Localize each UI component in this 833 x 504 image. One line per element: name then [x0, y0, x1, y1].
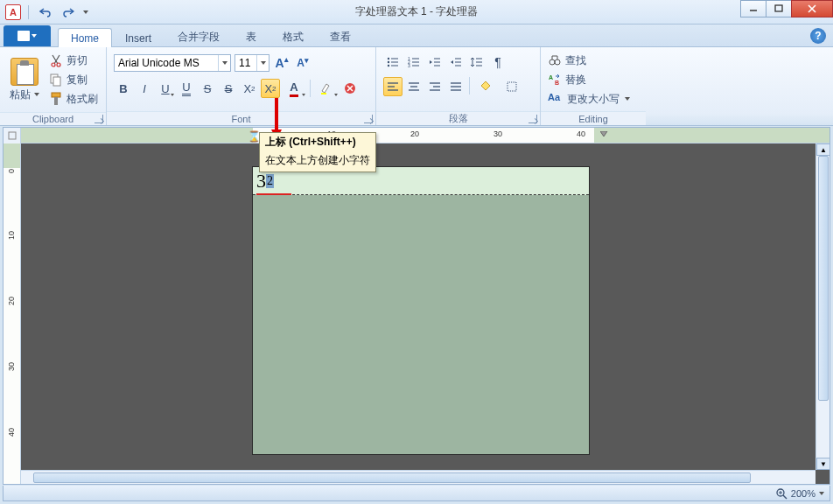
group-label-clipboard: Clipboard	[32, 114, 74, 124]
svg-text:A: A	[549, 74, 553, 80]
clear-formatting-button[interactable]	[340, 79, 360, 98]
spellcheck-underline	[256, 193, 291, 195]
vertical-scrollbar[interactable]: ▲ ▼	[816, 144, 830, 470]
svg-point-14	[388, 65, 389, 66]
file-menu-button[interactable]	[4, 25, 51, 46]
change-case-icon: Aa	[548, 92, 564, 106]
copy-button[interactable]: 复制	[47, 70, 100, 89]
align-center-button[interactable]	[404, 77, 424, 96]
grow-font-button[interactable]: A▴	[273, 54, 290, 72]
svg-point-45	[555, 60, 560, 65]
double-strike-button[interactable]: S	[219, 79, 238, 98]
horizontal-scrollbar[interactable]	[21, 470, 816, 484]
group-label-font: Font	[231, 114, 250, 124]
hscroll-thumb[interactable]	[33, 472, 751, 483]
find-button[interactable]: 查找	[548, 51, 586, 70]
svg-text:B: B	[555, 80, 559, 86]
ribbon-tabs: Home Insert 合并字段 表 格式 查看 ?	[0, 24, 833, 47]
highlight-button[interactable]	[314, 79, 339, 98]
undo-button[interactable]	[36, 4, 55, 21]
subscript-button[interactable]: X2	[240, 79, 259, 98]
bullets-button[interactable]	[383, 52, 402, 72]
paste-icon	[10, 58, 38, 86]
qat-dropdown[interactable]	[81, 4, 90, 21]
app-icon: A	[5, 4, 21, 20]
strikethrough-button[interactable]: S	[198, 79, 217, 98]
status-bar: 200%	[3, 486, 830, 501]
scroll-up-button[interactable]: ▲	[816, 144, 830, 156]
numbering-button[interactable]: 123	[404, 52, 424, 72]
superscript-tooltip: 上标 (Ctrl+Shift++) 在文本上方创建小字符	[259, 132, 376, 172]
double-underline-button[interactable]: U	[177, 79, 196, 98]
vertical-ruler[interactable]: 0 10 20 30 40	[4, 144, 21, 484]
title-bar: A 字处理器文本 1 - 字处理器	[0, 0, 833, 24]
svg-text:3: 3	[408, 63, 410, 68]
underline-button[interactable]: U	[156, 79, 175, 98]
group-label-paragraph: 段落	[449, 112, 468, 125]
svg-point-2	[52, 63, 55, 66]
bold-button[interactable]: B	[114, 79, 133, 98]
svg-line-50	[783, 495, 787, 499]
tab-table[interactable]: 表	[233, 25, 270, 47]
maximize-button[interactable]	[766, 0, 792, 18]
close-button[interactable]	[791, 0, 833, 18]
svg-rect-6	[52, 93, 60, 97]
clipboard-launcher[interactable]	[94, 115, 103, 123]
minimize-button[interactable]	[740, 0, 766, 18]
indent-button[interactable]	[446, 52, 466, 72]
tab-view[interactable]: 查看	[317, 25, 364, 47]
shading-button[interactable]	[473, 77, 498, 96]
superscript-button[interactable]: X2	[261, 79, 280, 98]
replace-icon: AB	[548, 73, 562, 87]
format-painter-button[interactable]: 格式刷	[47, 89, 100, 108]
font-color-button[interactable]: A	[282, 79, 306, 98]
font-launcher[interactable]	[364, 115, 373, 123]
tab-format[interactable]: 格式	[270, 25, 317, 47]
page: 32	[252, 166, 590, 455]
tab-insert[interactable]: Insert	[112, 28, 164, 47]
svg-point-12	[388, 61, 389, 63]
horizontal-ruler[interactable]: 10 20 30 40	[4, 128, 830, 144]
redo-button[interactable]	[59, 4, 78, 21]
help-icon[interactable]: ?	[810, 28, 826, 44]
paste-button[interactable]: 粘贴	[5, 51, 44, 108]
cut-button[interactable]: 剪切	[47, 51, 100, 70]
zoom-icon[interactable]	[775, 487, 788, 500]
copy-icon	[49, 73, 63, 87]
align-right-button[interactable]	[425, 77, 444, 96]
binoculars-icon	[548, 53, 562, 67]
italic-button[interactable]: I	[135, 79, 154, 98]
tab-home[interactable]: Home	[58, 28, 112, 47]
font-size-combo[interactable]: 11	[234, 54, 270, 72]
svg-rect-8	[321, 93, 326, 94]
font-name-combo[interactable]: Arial Unicode MS	[114, 54, 231, 72]
zoom-dropdown[interactable]	[819, 492, 824, 495]
svg-point-10	[388, 58, 389, 60]
shrink-font-button[interactable]: A▾	[294, 54, 312, 72]
svg-rect-7	[54, 97, 58, 105]
brush-icon	[49, 92, 63, 106]
line-spacing-button[interactable]	[467, 52, 486, 72]
scroll-down-button[interactable]: ▼	[816, 458, 830, 470]
svg-rect-1	[775, 5, 782, 11]
zoom-level[interactable]: 200%	[791, 488, 816, 499]
svg-rect-5	[53, 77, 60, 86]
outdent-button[interactable]	[425, 52, 444, 72]
svg-point-3	[57, 63, 60, 66]
right-indent-marker[interactable]	[600, 131, 609, 140]
ribbon: 粘贴 剪切 复制 格式刷 Clipboard Arial Unicode MS …	[0, 47, 833, 126]
scissors-icon	[49, 53, 63, 67]
replace-button[interactable]: AB替换	[548, 70, 586, 89]
justify-button[interactable]	[446, 77, 466, 96]
pilcrow-button[interactable]: ¶	[488, 52, 508, 72]
document-canvas[interactable]: 32	[21, 144, 830, 484]
tab-merge[interactable]: 合并字段	[164, 25, 233, 47]
svg-rect-48	[9, 132, 16, 139]
document-area: 10 20 30 40 0 10 20 30 40 32 ▲	[3, 127, 830, 485]
align-left-button[interactable]	[383, 77, 402, 96]
change-case-button[interactable]: Aa更改大小写	[548, 89, 630, 108]
vscroll-thumb[interactable]	[818, 156, 829, 401]
borders-button[interactable]	[500, 77, 524, 96]
paragraph-launcher[interactable]	[528, 115, 537, 123]
svg-rect-43	[508, 82, 516, 91]
